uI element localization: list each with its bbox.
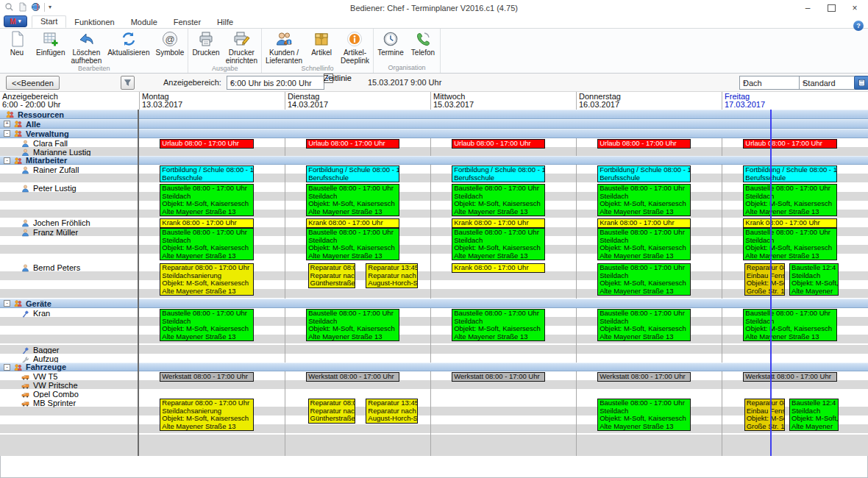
appointment-block-baustelle[interactable]: Baustelle 08:00 - 17:00 UhrSteildachObje… [452, 184, 545, 216]
appointment-block-krank[interactable]: Krank 08:00 - 17:00 Uhr [160, 218, 253, 228]
appointment-block-werkstatt[interactable]: Werkstatt 08:00 - 17:00 Uhr [306, 372, 399, 382]
ribbon-button-löschen-aufheben[interactable]: Löschen aufheben [68, 29, 104, 65]
appointment-block-baustelle[interactable]: Baustelle 08:00 - 17:00 UhrSteildachObje… [160, 228, 253, 260]
appointment-block-baustelle[interactable]: Baustelle 08:00 - 17:00 UhrSteildachObje… [306, 309, 399, 341]
appointment-block-reparatur-fr[interactable]: Reparatur 08:0Einbau FensterObjekt: M-So… [744, 263, 785, 296]
appointment-block-werkstatt[interactable]: Werkstatt 08:00 - 17:00 Uhr [452, 372, 545, 382]
tab-fenster[interactable]: Fenster [166, 17, 209, 28]
dach-select[interactable]: Dach▾ [739, 76, 802, 90]
maximize-button[interactable] [819, 0, 843, 15]
help-button[interactable]: ? [853, 21, 864, 31]
appointment-block-fortbildung[interactable]: Fortbildung / Schule 08:00 - 17:0Berufss… [306, 165, 399, 182]
appointment-block-baustelle[interactable]: Baustelle 08:00 - 17:00 UhrSteildachObje… [597, 228, 691, 260]
tree-group-geräte[interactable]: -Geräte [0, 299, 868, 308]
tab-hilfe[interactable]: Hilfe [209, 17, 241, 28]
collapse-minus-box[interactable]: - [4, 364, 10, 371]
ribbon-button-neu[interactable]: Neu [1, 29, 33, 57]
appointment-block-reparatur[interactable]: Reparatur 08:00 - 17:00 UhrSteildachsani… [160, 263, 253, 296]
appointment-block-fortbildung[interactable]: Fortbildung / Schule 08:00 - 17:0Berufss… [452, 165, 545, 182]
globe-icon[interactable] [31, 2, 40, 12]
ribbon-button-symbole[interactable]: @Symbole [152, 29, 187, 57]
tree-resource-clara-fall[interactable]: Clara Fall [0, 138, 139, 147]
tree-resource-opel-combo[interactable]: Opel Combo [0, 389, 139, 398]
appointment-block-baustelle[interactable]: Baustelle 08:00 - 17:00 UhrSteildachObje… [597, 263, 691, 296]
ribbon-button-telefon[interactable]: Telefon [407, 29, 439, 57]
appointment-block-baustelle[interactable]: Baustelle 08:00 - 17:00 UhrSteildachObje… [743, 228, 836, 260]
tree-group-mitarbeiter[interactable]: -Mitarbeiter [0, 156, 868, 165]
tree-resource-bagger[interactable]: Bagger [0, 345, 139, 354]
ribbon-button-aktualisieren[interactable]: Aktualisieren [104, 29, 152, 57]
ribbon-button-drucker-einrichten[interactable]: Drucker einrichten [223, 29, 260, 65]
ribbon-button-drucken[interactable]: Drucken [189, 29, 222, 57]
close-button[interactable]: × [843, 0, 867, 15]
appointment-block-krank[interactable]: Krank 08:00 - 17:00 Uhr [597, 218, 691, 228]
tree-resource-aufzug[interactable]: Aufzug [0, 354, 139, 363]
page-icon[interactable] [18, 2, 27, 12]
quick-access-dropdown[interactable]: ▾ [49, 4, 51, 10]
anzeigebereich-select[interactable]: 6:00 Uhr bis 20:00 Uhr▾ [227, 76, 324, 90]
tree-resource-vw-pritsche[interactable]: VW Pritsche [0, 380, 139, 389]
tree-resource-mb-sprinter[interactable]: MB Sprinter [0, 398, 139, 435]
tree-resource-vw-t5[interactable]: VW T5 [0, 371, 139, 380]
collapse-minus-box[interactable]: - [4, 157, 10, 164]
appointment-block-fortbildung[interactable]: Fortbildung / Schule 08:00 - 17:0Berufss… [743, 165, 836, 182]
ribbon-button-einfügen[interactable]: Einfügen [33, 29, 68, 57]
appointment-block-baustelle-fr[interactable]: Baustelle 12:4SteildachObjekt: M-Soft,Al… [789, 399, 839, 431]
appointment-block-baustelle-fr[interactable]: Baustelle 12:4SteildachObjekt: M-Soft,Al… [789, 263, 839, 296]
magnifier-icon[interactable] [4, 2, 14, 12]
appointment-block-baustelle[interactable]: Baustelle 08:00 - 17:00 UhrSteildachObje… [306, 228, 399, 260]
tree-resource-jochen-fröhlich[interactable]: Jochen Fröhlich [0, 218, 139, 227]
tree-resource-marianne-lustig[interactable]: Marianne Lustig [0, 147, 139, 156]
appointment-block-werkstatt[interactable]: Werkstatt 08:00 - 17:00 Uhr [160, 372, 253, 382]
tree-resource-franz-müller[interactable]: Franz Müller [0, 227, 139, 263]
collapse-minus-box[interactable]: - [4, 300, 10, 307]
application-menu-button[interactable]: M▾ [4, 15, 27, 27]
standard-select[interactable]: Standard▾ [799, 76, 858, 90]
tree-resource-rainer-zufall[interactable]: Rainer Zufall [0, 165, 139, 183]
appointment-block-urlaub[interactable]: Urlaub 08:00 - 17:00 Uhr [160, 139, 253, 149]
tree-resource-kran[interactable]: Kran [0, 308, 139, 345]
tree-resource-bernd-peters[interactable]: Bernd Peters [0, 263, 139, 299]
appointment-block-krank[interactable]: Krank 08:00 - 17:00 Uhr [452, 218, 545, 228]
appointment-block-fortbildung[interactable]: Fortbildung / Schule 08:00 - 17:0Berufss… [160, 165, 253, 182]
appointment-block-reparatur-nachm[interactable]: Reparatur 13:45Reparatur nachAugust-Horc… [366, 399, 418, 424]
appointment-block-baustelle[interactable]: Baustelle 08:00 - 17:00 UhrSteildachObje… [743, 184, 836, 216]
save-view-button[interactable] [854, 76, 868, 90]
appointment-block-baustelle[interactable]: Baustelle 08:00 - 17:00 UhrSteildachObje… [452, 228, 545, 260]
appointment-block-baustelle[interactable]: Baustelle 08:00 - 17:00 UhrSteildachObje… [452, 309, 545, 341]
tree-group-alle[interactable]: +Alle [0, 119, 868, 129]
appointment-block-werkstatt[interactable]: Werkstatt 08:00 - 17:00 Uhr [743, 372, 836, 382]
appointment-block-krank[interactable]: Krank 08:00 - 17:00 Uhr [452, 263, 545, 273]
appointment-block-reparatur-nachm[interactable]: Reparatur 13:45Reparatur nachAugust-Horc… [366, 263, 418, 288]
appointment-block-krank[interactable]: Krank 08:00 - 17:00 Uhr [743, 218, 836, 228]
expand-plus-box[interactable]: + [4, 121, 10, 127]
appointment-block-fortbildung[interactable]: Fortbildung / Schule 08:00 - 17:0Berufss… [597, 165, 691, 182]
ribbon-button-artikel-deeplink[interactable]: Artikel- Deeplink [338, 29, 372, 65]
appointment-block-urlaub[interactable]: Urlaub 08:00 - 17:00 Uhr [743, 139, 836, 149]
ribbon-button-kunden-lieferanten[interactable]: iKunden / Lieferanten [263, 29, 305, 65]
ribbon-button-artikel[interactable]: Artikel [305, 29, 338, 57]
appointment-block-reparatur-fr[interactable]: Reparatur 08:0Einbau FensterObjekt: M-So… [744, 399, 785, 431]
tab-module[interactable]: Module [123, 17, 166, 28]
appointment-block-baustelle[interactable]: Baustelle 08:00 - 17:00 UhrSteildachObje… [306, 184, 399, 216]
appointment-block-urlaub[interactable]: Urlaub 08:00 - 17:00 Uhr [306, 139, 399, 149]
appointment-block-baustelle[interactable]: Baustelle 08:00 - 17:00 UhrSteildachObje… [597, 309, 691, 341]
appointment-block-reparatur-vorm[interactable]: Reparatur 08:0Reparatur nachGüntherstraß… [308, 399, 355, 424]
beenden-button[interactable]: <<Beenden [6, 76, 60, 90]
appointment-block-reparatur-vorm[interactable]: Reparatur 08:0Reparatur nachGüntherstraß… [308, 263, 355, 288]
collapse-minus-box[interactable]: - [4, 130, 10, 137]
appointment-block-urlaub[interactable]: Urlaub 08:00 - 17:00 Uhr [597, 139, 691, 149]
appointment-block-baustelle[interactable]: Baustelle 08:00 - 17:00 UhrSteildachObje… [597, 184, 691, 216]
appointment-block-werkstatt[interactable]: Werkstatt 08:00 - 17:00 Uhr [597, 372, 691, 382]
appointment-block-baustelle[interactable]: Baustelle 08:00 - 17:00 UhrSteildachObje… [743, 309, 836, 341]
appointment-block-urlaub[interactable]: Urlaub 08:00 - 17:00 Uhr [452, 139, 545, 149]
minimize-button[interactable]: – [796, 0, 819, 15]
appointment-block-baustelle[interactable]: Baustelle 08:00 - 17:00 UhrSteildachObje… [160, 184, 253, 216]
appointment-block-baustelle[interactable]: Baustelle 08:00 - 17:00 UhrSteildachObje… [160, 309, 253, 341]
appointment-block-reparatur[interactable]: Reparatur 08:00 - 17:00 UhrSteildachsani… [160, 399, 253, 431]
tree-group-verwaltung[interactable]: -Verwaltung [0, 129, 868, 138]
tab-funktionen[interactable]: Funktionen [66, 17, 122, 28]
tree-group-fahrzeuge[interactable]: -Fahrzeuge [0, 363, 868, 371]
tab-start[interactable]: Start [32, 15, 66, 28]
appointment-block-baustelle[interactable]: Baustelle 08:00 - 17:00 UhrSteildachObje… [597, 399, 691, 431]
